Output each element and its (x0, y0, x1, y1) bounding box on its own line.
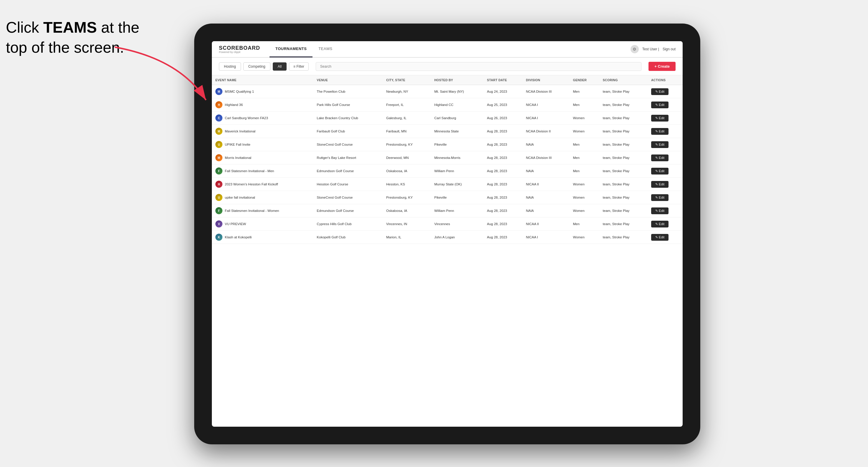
cell-city-state: Prestonsburg, KY (382, 138, 431, 151)
edit-button[interactable]: ✎ Edit (651, 155, 669, 161)
edit-button[interactable]: ✎ Edit (651, 208, 669, 214)
event-cell: K Klash at Kokopelli (215, 234, 310, 241)
cell-scoring: team, Stroke Play (599, 191, 648, 204)
cell-venue: Kokopelli Golf Club (313, 231, 383, 244)
cell-division: NICAA I (522, 98, 569, 112)
event-name-text: UPIKE Fall Invite (225, 143, 250, 146)
create-btn[interactable]: + Create (649, 62, 676, 71)
tablet-shell: SCOREBOARD Powered by clippit TOURNAMENT… (194, 24, 700, 444)
cell-division: NCAA Division III (522, 85, 569, 98)
tablet-screen: SCOREBOARD Powered by clippit TOURNAMENT… (212, 41, 683, 427)
cell-scoring: team, Stroke Play (599, 98, 648, 112)
filter-pill-btn[interactable]: ≡ Filter (289, 62, 309, 71)
col-actions: ACTIONS (648, 75, 683, 85)
instruction-line2: top of the screen. (6, 39, 124, 56)
event-logo: H (215, 101, 222, 108)
event-cell: M Maverick Invitational (215, 128, 310, 135)
cell-scoring: team, Stroke Play (599, 231, 648, 244)
cell-gender: Women (569, 178, 599, 191)
cell-gender: Men (569, 151, 599, 164)
filter-bar: Hosting Competing All ≡ Filter + Create (212, 58, 683, 75)
cell-start-date: Aug 25, 2023 (484, 98, 522, 112)
edit-button[interactable]: ✎ Edit (651, 194, 669, 201)
event-cell: F Fall Statesmen Invitational - Women (215, 207, 310, 214)
search-bar (316, 62, 642, 71)
col-scoring: SCORING (599, 75, 648, 85)
table-header-row: EVENT NAME VENUE CITY, STATE HOSTED BY S… (212, 75, 683, 85)
edit-button[interactable]: ✎ Edit (651, 88, 669, 95)
cell-gender: Women (569, 231, 599, 244)
tournaments-table: EVENT NAME VENUE CITY, STATE HOSTED BY S… (212, 75, 683, 244)
cell-actions: ✎ Edit (648, 98, 683, 112)
competing-filter-btn[interactable]: Competing (243, 62, 270, 71)
signout-link[interactable]: Sign out (662, 47, 676, 51)
event-name-text: Carl Sandburg Women FA23 (225, 116, 268, 120)
tab-teams[interactable]: TEAMS (312, 41, 338, 57)
cell-venue: Hesston Golf Course (313, 178, 383, 191)
cell-hosted-by: Pikeville (431, 138, 484, 151)
gear-icon[interactable]: ⚙ (630, 45, 639, 53)
table-row: F Fall Statesmen Invitational - Women Ed… (212, 204, 683, 217)
cell-division: NCAA Division III (522, 151, 569, 164)
logo-area: SCOREBOARD Powered by clippit (219, 45, 260, 54)
user-label: Test User | (642, 47, 659, 51)
edit-button[interactable]: ✎ Edit (651, 128, 669, 135)
event-name-text: Klash at Kokopelli (225, 236, 252, 239)
cell-event-name: K Klash at Kokopelli (212, 231, 313, 244)
instruction-line1: Click TEAMS at the (6, 19, 140, 36)
event-logo: K (215, 234, 222, 241)
event-name-text: Fall Statesmen Invitational - Women (225, 209, 279, 213)
cell-hosted-by: Mt. Saint Mary (NY) (431, 85, 484, 98)
table-row: M Maverick Invitational Faribault Golf C… (212, 125, 683, 138)
cell-start-date: Aug 28, 2023 (484, 125, 522, 138)
cell-city-state: Vincennes, IN (382, 217, 431, 231)
event-name-text: Fall Statesmen Invitational - Men (225, 169, 274, 173)
col-city-state: CITY, STATE (382, 75, 431, 85)
edit-button[interactable]: ✎ Edit (651, 101, 669, 108)
edit-button[interactable]: ✎ Edit (651, 221, 669, 227)
all-filter-btn[interactable]: All (273, 62, 287, 71)
table-row: U upike fall invitational StoneCrest Gol… (212, 191, 683, 204)
edit-button[interactable]: ✎ Edit (651, 141, 669, 148)
cell-city-state: Hesston, KS (382, 178, 431, 191)
cell-scoring: team, Stroke Play (599, 204, 648, 217)
event-logo: M (215, 128, 222, 135)
cell-event-name: M Maverick Invitational (212, 125, 313, 138)
cell-start-date: Aug 28, 2023 (484, 191, 522, 204)
cell-actions: ✎ Edit (648, 178, 683, 191)
edit-button[interactable]: ✎ Edit (651, 168, 669, 175)
cell-city-state: Oskaloosa, IA (382, 164, 431, 178)
cell-division: NAIA (522, 164, 569, 178)
edit-button[interactable]: ✎ Edit (651, 181, 669, 188)
cell-start-date: Aug 28, 2023 (484, 138, 522, 151)
col-hosted-by: HOSTED BY (431, 75, 484, 85)
cell-gender: Women (569, 112, 599, 125)
cell-division: NCAA Division II (522, 125, 569, 138)
tab-tournaments[interactable]: TOURNAMENTS (270, 41, 312, 57)
cell-city-state: Faribault, MN (382, 125, 431, 138)
hosting-filter-btn[interactable]: Hosting (219, 62, 241, 71)
event-logo: F (215, 207, 222, 214)
cell-actions: ✎ Edit (648, 217, 683, 231)
cell-venue: StoneCrest Golf Course (313, 138, 383, 151)
cell-hosted-by: Pikeville (431, 191, 484, 204)
event-name-text: MSMC Qualifying 1 (225, 90, 254, 93)
search-input[interactable] (316, 62, 642, 71)
cell-venue: Edmundson Golf Course (313, 204, 383, 217)
edit-button[interactable]: ✎ Edit (651, 234, 669, 241)
cell-venue: Ruttger's Bay Lake Resort (313, 151, 383, 164)
cell-actions: ✎ Edit (648, 231, 683, 244)
cell-event-name: U upike fall invitational (212, 191, 313, 204)
cell-scoring: team, Stroke Play (599, 112, 648, 125)
event-logo: V (215, 220, 222, 227)
cell-event-name: M MSMC Qualifying 1 (212, 85, 313, 98)
table-row: M Morris Invitational Ruttger's Bay Lake… (212, 151, 683, 164)
cell-hosted-by: Murray State (OK) (431, 178, 484, 191)
cell-event-name: U UPIKE Fall Invite (212, 138, 313, 151)
edit-button[interactable]: ✎ Edit (651, 115, 669, 122)
cell-city-state: Deerwood, MN (382, 151, 431, 164)
cell-event-name: C Carl Sandburg Women FA23 (212, 112, 313, 125)
table-container: EVENT NAME VENUE CITY, STATE HOSTED BY S… (212, 75, 683, 427)
event-name-text: Maverick Invitational (225, 129, 255, 133)
cell-city-state: Oskaloosa, IA (382, 204, 431, 217)
